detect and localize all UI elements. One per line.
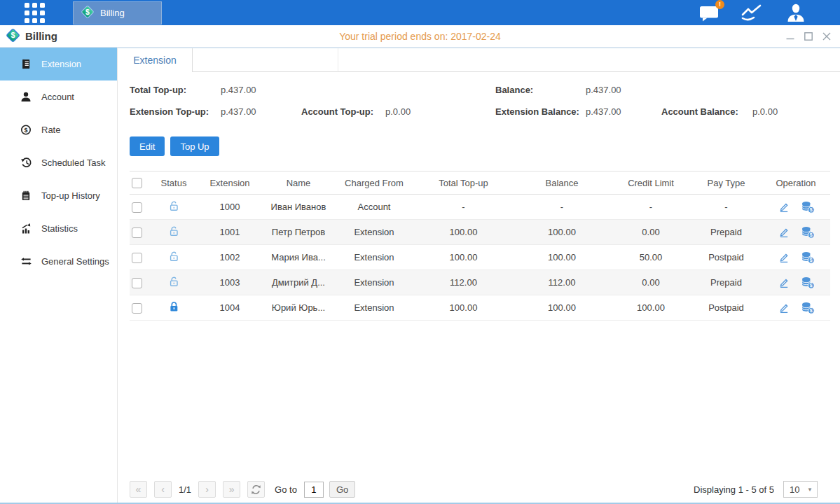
lock-open-icon[interactable] — [168, 276, 180, 288]
displaying-text: Displaying 1 - 5 of 5 — [694, 484, 774, 495]
messages-icon[interactable]: ! — [699, 4, 719, 22]
topup-coins-icon[interactable]: $ — [801, 251, 815, 264]
svg-text:$: $ — [809, 207, 812, 213]
cell-charged-from: Extension — [334, 220, 414, 245]
row-checkbox[interactable] — [132, 278, 142, 288]
close-button[interactable] — [822, 31, 832, 41]
sliders-icon — [20, 255, 32, 267]
sidebar-item-label: General Settings — [41, 256, 109, 267]
clock-history-icon — [20, 157, 32, 169]
cell-balance: 100.00 — [513, 220, 611, 245]
edit-pencil-icon[interactable] — [778, 302, 790, 314]
go-button[interactable]: Go — [329, 481, 355, 498]
column-header-pay-type: Pay Type — [691, 172, 762, 195]
account-balance-value: p.0.00 — [752, 106, 778, 117]
edit-pencil-icon[interactable] — [778, 226, 790, 239]
cell-total-topup: - — [414, 195, 513, 220]
sidebar-item-rate[interactable]: $Rate — [0, 113, 117, 146]
page-indicator: 1/1 — [179, 484, 191, 495]
next-page-button[interactable]: › — [198, 481, 216, 498]
prev-page-button[interactable]: ‹ — [154, 481, 172, 498]
billing-diamond-icon: $ — [81, 5, 95, 21]
sidebar-item-statistics[interactable]: Statistics — [0, 212, 117, 245]
edit-button[interactable]: Edit — [130, 136, 165, 156]
row-checkbox[interactable] — [132, 303, 142, 314]
topup-coins-icon[interactable]: $ — [801, 226, 815, 239]
cell-pay-type: Postpaid — [691, 295, 762, 321]
topup-coins-icon[interactable]: $ — [801, 276, 815, 289]
column-header-status: Status — [151, 172, 197, 195]
cell-balance: - — [513, 195, 611, 220]
table-row: 1004Юрий Юрь...Extension100.00100.00100.… — [130, 295, 830, 321]
edit-pencil-icon[interactable] — [778, 251, 790, 264]
column-header-charged-from: Charged From — [334, 172, 414, 195]
account-balance-label: Account Balance: — [661, 106, 752, 117]
svg-text:$: $ — [85, 7, 90, 15]
lock-open-icon[interactable] — [168, 251, 180, 262]
sidebar-item-general-settings[interactable]: General Settings — [0, 245, 117, 278]
taskbar-billing-tab[interactable]: $ Billing — [73, 1, 162, 24]
cell-total-topup: 100.00 — [414, 295, 513, 321]
window-titlebar: $ Billing Your trial period ends on: 201… — [0, 25, 840, 48]
row-checkbox[interactable] — [132, 202, 142, 213]
column-header-credit-limit: Credit Limit — [611, 172, 691, 195]
cell-extension: 1000 — [197, 195, 263, 220]
cell-name: Петр Петров — [263, 220, 334, 245]
app-grid-icon[interactable] — [25, 3, 45, 23]
cell-name: Юрий Юрь... — [263, 295, 334, 321]
total-topup-label: Total Top-up: — [130, 85, 221, 95]
svg-text:$: $ — [809, 308, 812, 314]
svg-text:$: $ — [11, 31, 15, 39]
cell-balance: 100.00 — [513, 295, 611, 321]
edit-pencil-icon[interactable] — [778, 201, 790, 214]
cell-name: Мария Ива... — [263, 245, 334, 270]
page-size-select[interactable]: 10 ▼ — [783, 481, 818, 498]
last-page-button[interactable]: » — [223, 481, 240, 498]
edit-pencil-icon[interactable] — [778, 276, 790, 289]
trial-notice: Your trial period ends on: 2017-02-24 — [0, 31, 840, 42]
cell-charged-from: Extension — [334, 295, 414, 321]
sidebar-item-top-up-history[interactable]: Top-up History — [0, 179, 117, 212]
billing-diamond-icon: $ — [6, 28, 20, 45]
cell-balance: 112.00 — [513, 270, 611, 295]
topup-coins-icon[interactable]: $ — [801, 201, 815, 214]
goto-page-input[interactable] — [304, 482, 324, 498]
balance-label: Balance: — [495, 85, 586, 95]
extension-topup-label: Extension Top-up: — [130, 106, 221, 117]
first-page-button[interactable]: « — [130, 481, 147, 498]
notepad-icon — [20, 190, 32, 202]
lock-closed-icon[interactable] — [168, 301, 180, 313]
cell-balance: 100.00 — [513, 245, 611, 270]
tab-extension[interactable]: Extension — [118, 48, 193, 72]
ledger-icon — [20, 58, 32, 70]
statistics-chart-icon[interactable] — [741, 4, 764, 22]
sidebar-item-label: Rate — [41, 125, 60, 135]
sidebar-item-label: Extension — [41, 59, 81, 69]
app-topbar: $ Billing ! — [0, 0, 840, 25]
select-all-checkbox[interactable] — [132, 178, 142, 188]
minimize-button[interactable] — [785, 31, 795, 41]
svg-text:$: $ — [809, 258, 812, 263]
window-title-text: Billing — [25, 30, 57, 42]
refresh-button[interactable] — [247, 481, 265, 498]
row-checkbox[interactable] — [132, 227, 142, 238]
lock-open-icon[interactable] — [168, 200, 180, 212]
user-account-icon[interactable] — [785, 4, 806, 22]
top-up-button[interactable]: Top Up — [170, 136, 219, 156]
cell-extension: 1004 — [197, 295, 263, 321]
table-row: 1001Петр ПетровExtension100.00100.000.00… — [130, 220, 830, 245]
lock-open-icon[interactable] — [168, 225, 180, 237]
cell-credit-limit: 100.00 — [611, 295, 691, 321]
sidebar-item-scheduled-task[interactable]: Scheduled Task — [0, 146, 117, 179]
row-checkbox[interactable] — [132, 253, 142, 263]
svg-text:$: $ — [809, 283, 812, 288]
table-row: 1000Иван ИвановAccount----$ — [130, 195, 830, 220]
cell-charged-from: Account — [334, 195, 414, 220]
maximize-button[interactable] — [804, 31, 813, 41]
sidebar-item-extension[interactable]: Extension — [0, 48, 117, 80]
balance-value: p.437.00 — [586, 85, 661, 95]
account-topup-label: Account Top-up: — [301, 106, 385, 117]
cell-pay-type: Postpaid — [691, 245, 762, 270]
sidebar-item-account[interactable]: Account — [0, 80, 117, 113]
topup-coins-icon[interactable]: $ — [801, 302, 815, 314]
